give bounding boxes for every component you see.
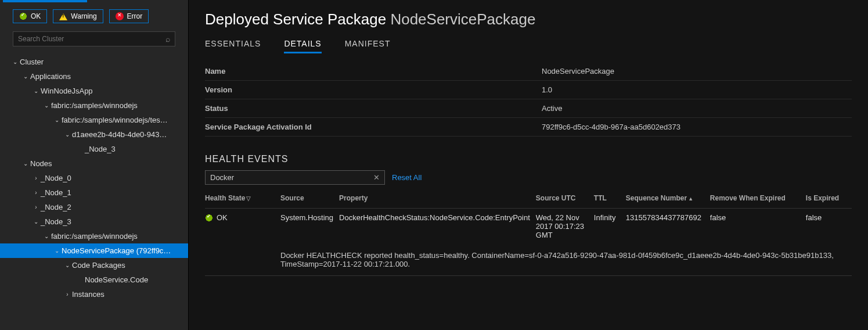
tree-label: Cluster	[20, 58, 44, 66]
filter-error-button[interactable]: Error	[109, 9, 149, 23]
prop-row: StatusActive	[205, 99, 852, 118]
cell-source: System.Hosting	[280, 209, 339, 245]
page-title-prefix: Deployed Service Package	[205, 10, 390, 28]
filter-warning-button[interactable]: Warning	[53, 9, 103, 23]
chevron-down-icon: ⌄	[63, 131, 72, 138]
prop-value: 792ff9c6-d5cc-4d9b-967a-aa5d602ed373	[542, 123, 680, 131]
tree-label: Applications	[30, 72, 71, 81]
health-filter-input-box[interactable]: ✕	[205, 170, 385, 185]
tree-label: Instances	[72, 290, 105, 299]
chevron-down-icon: ⌄	[63, 262, 72, 268]
warning-icon	[59, 12, 67, 20]
prop-value: Active	[542, 104, 562, 113]
col-remove-when-expired[interactable]: Remove When Expired	[710, 191, 806, 209]
chevron-down-icon: ⌄	[21, 73, 30, 80]
health-filter-input[interactable]	[210, 173, 373, 182]
tree-cluster[interactable]: ⌄Cluster	[0, 55, 188, 69]
tree-node3-pkg[interactable]: ⌄NodeServicePackage (792ff9c…	[0, 243, 188, 258]
ok-icon	[205, 214, 213, 222]
prop-label: Status	[205, 104, 542, 113]
col-sequence-number[interactable]: Sequence Number▲	[626, 191, 710, 209]
chevron-right-icon: ›	[31, 189, 41, 196]
tree-service-winnodejs[interactable]: ⌄fabric:/samples/winnodejs	[0, 98, 188, 113]
tab-essentials[interactable]: ESSENTIALS	[205, 39, 261, 53]
col-property[interactable]: Property	[339, 191, 536, 209]
sidebar: OK Warning Error ⌕ ⌄Cluster ⌄Application…	[0, 0, 189, 330]
tree-label: d1aeee2b-4d4b-4de0-943…	[72, 130, 167, 139]
tree-replica[interactable]: ⌄d1aeee2b-4d4b-4de0-943…	[0, 127, 188, 142]
tree-code-packages[interactable]: ⌄Code Packages	[0, 258, 188, 272]
tree-label: _Node_1	[41, 188, 71, 197]
tree-node-2[interactable]: ›_Node_2	[0, 200, 188, 214]
tree-instances[interactable]: ›Instances	[0, 287, 188, 302]
tree-label: fabric:/samples/winnodejs/tes…	[62, 116, 168, 124]
search-cluster-box[interactable]: ⌕	[13, 31, 175, 46]
tree-replica-node[interactable]: _Node_3	[0, 142, 188, 156]
table-row[interactable]: OK System.Hosting DockerHealthCheckStatu…	[205, 209, 852, 245]
clear-icon[interactable]: ✕	[373, 173, 380, 182]
prop-value: NodeServicePackage	[542, 67, 614, 76]
tree-node-1[interactable]: ›_Node_1	[0, 185, 188, 200]
tree-label: fabric:/samples/winnodejs	[51, 101, 138, 110]
tree-node-3[interactable]: ⌄_Node_3	[0, 214, 188, 229]
col-ttl[interactable]: TTL	[594, 191, 626, 209]
health-state-cell: OK	[205, 213, 275, 222]
cell-is-expired: false	[806, 209, 852, 245]
tree-label: WinNodeJsApp	[41, 87, 93, 95]
prop-row: NameNodeServicePackage	[205, 62, 852, 81]
table-detail-row: Docker HEALTHCHECK reported health_statu…	[205, 244, 852, 276]
col-health-state[interactable]: Health State▽	[205, 191, 280, 209]
prop-label: Version	[205, 85, 542, 94]
filter-ok-button[interactable]: OK	[13, 9, 47, 23]
health-filter-buttons: OK Warning Error	[0, 2, 188, 29]
health-filter-row: ✕ Reset All	[205, 170, 852, 185]
cell-seq: 131557834437787692	[626, 209, 710, 245]
cluster-tree: ⌄Cluster ⌄Applications ⌄WinNodeJsApp ⌄fa…	[0, 52, 188, 330]
tree-node3-app[interactable]: ⌄fabric:/samples/winnodejs	[0, 229, 188, 243]
cell-source-utc: Wed, 22 Nov 2017 00:17:23 GMT	[536, 209, 594, 245]
col-label: Sequence Number	[626, 194, 687, 202]
tree-label: Code Packages	[72, 261, 125, 270]
tree-label: NodeServicePackage (792ff9c…	[62, 246, 171, 255]
tree-label: _Node_0	[41, 174, 71, 182]
chevron-right-icon: ›	[63, 291, 72, 297]
prop-row: Service Package Activation Id792ff9c6-d5…	[205, 118, 852, 137]
sort-asc-icon: ▲	[688, 196, 693, 202]
tree-node-0[interactable]: ›_Node_0	[0, 171, 188, 185]
tree-label: _Node_3	[41, 217, 71, 226]
cell-ttl: Infinity	[594, 209, 626, 245]
chevron-down-icon: ⌄	[31, 218, 41, 225]
col-is-expired[interactable]: Is Expired	[806, 191, 852, 209]
cell-remove-when-expired: false	[710, 209, 806, 245]
reset-all-link[interactable]: Reset All	[392, 173, 422, 182]
tabs: ESSENTIALS DETAILS MANIFEST	[205, 39, 852, 54]
prop-row: Version1.0	[205, 81, 852, 99]
filter-error-label: Error	[127, 12, 143, 20]
prop-label: Service Package Activation Id	[205, 123, 542, 131]
chevron-down-icon: ⌄	[42, 233, 51, 239]
tab-details[interactable]: DETAILS	[284, 39, 321, 53]
page-title: Deployed Service Package NodeServicePack…	[205, 10, 852, 28]
health-events-title: HEALTH EVENTS	[205, 154, 852, 164]
properties-table: NameNodeServicePackage Version1.0 Status…	[205, 62, 852, 137]
detail-text: Docker HEALTHCHECK reported health_statu…	[280, 244, 852, 276]
tree-label: NodeService.Code	[85, 275, 148, 284]
prop-value: 1.0	[542, 85, 552, 94]
chevron-right-icon: ›	[31, 204, 41, 210]
search-input[interactable]	[18, 35, 165, 43]
chevron-down-icon: ⌄	[31, 88, 41, 94]
chevron-down-icon: ⌄	[21, 160, 30, 167]
col-source[interactable]: Source	[280, 191, 339, 209]
tree-nodes[interactable]: ⌄Nodes	[0, 156, 188, 171]
tree-code-package-item[interactable]: NodeService.Code	[0, 272, 188, 287]
tree-app-winnodejsapp[interactable]: ⌄WinNodeJsApp	[0, 84, 188, 98]
tree-label: _Node_3	[85, 145, 116, 153]
tree-partition[interactable]: ⌄fabric:/samples/winnodejs/tes…	[0, 113, 188, 127]
chevron-down-icon: ⌄	[42, 102, 51, 109]
error-icon	[116, 12, 124, 20]
col-source-utc[interactable]: Source UTC	[536, 191, 594, 209]
tree-applications[interactable]: ⌄Applications	[0, 69, 188, 84]
tab-manifest[interactable]: MANIFEST	[345, 39, 391, 53]
chevron-down-icon: ⌄	[52, 117, 62, 123]
tree-label: Nodes	[30, 159, 52, 168]
